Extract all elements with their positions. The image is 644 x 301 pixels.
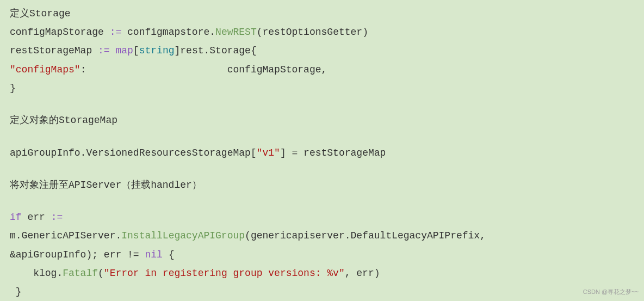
code-line-1: configMapStorage := configmapstore.NewRE… [10, 23, 634, 41]
text: (restOptionsGetter) [257, 27, 368, 38]
string-literal: "v1" [257, 148, 280, 158]
code-line-2: restStorageMap := map[string]rest.Storag… [10, 41, 634, 60]
text: &apiGroupInfo); err != [10, 249, 145, 260]
spacer [10, 194, 634, 208]
text: [ [133, 45, 139, 56]
func-name: Fatalf [63, 268, 98, 279]
string-literal: "Error in registering group versions: %v… [104, 268, 345, 279]
text: configmapstore. [121, 27, 215, 38]
text: (genericapiserver.DefaultLegacyAPIPrefix… [245, 230, 486, 241]
code-line-4: } [10, 79, 634, 97]
func-name: InstallLegacyAPIGroup [121, 230, 245, 241]
code-line-8: &apiGroupInfo); err != nil { [10, 245, 634, 264]
text: restStorageMap [10, 45, 98, 56]
watermark: CSDN @寻花之梦~~ [583, 286, 639, 298]
text: configMapStorage [10, 27, 110, 38]
text: m.GenericAPIServer. [10, 230, 121, 241]
if-keyword: if [10, 212, 22, 223]
func-name: NewREST [215, 27, 257, 38]
code-line-7: m.GenericAPIServer.InstallLegacyAPIGroup… [10, 226, 634, 245]
text: apiGroupInfo.VersionedResourcesStorageMa… [10, 148, 257, 158]
code-line-6: if err := [10, 208, 634, 226]
text [110, 45, 116, 56]
code-line-10: } [10, 282, 634, 301]
text: ] = restStorageMap [280, 148, 386, 158]
text: ]rest.Storage{ [174, 45, 256, 56]
text: klog. [10, 268, 63, 279]
text: , err) [345, 268, 380, 279]
comment-apiserver: 将对象注册至APIServer（挂载handler） [10, 176, 634, 194]
code-line-3: "configMaps": configMapStorage, [10, 60, 634, 79]
assign-op: := [110, 27, 122, 38]
spacer [10, 97, 634, 111]
spacer [10, 130, 634, 143]
comment-storagemap: 定义对象的StorageMap [10, 111, 634, 130]
text: { [163, 249, 175, 260]
text: : configMapStorage, [81, 64, 327, 75]
assign-op: := [98, 45, 110, 56]
code-line-5: apiGroupInfo.VersionedResourcesStorageMa… [10, 144, 634, 162]
text: err [22, 212, 51, 223]
type-string: string [139, 45, 175, 56]
nil-keyword: nil [145, 249, 162, 260]
string-literal: "configMaps" [10, 64, 81, 75]
map-keyword: map [115, 45, 133, 56]
assign-op: := [51, 212, 63, 223]
comment-storage: 定义Storage [10, 4, 634, 23]
text: ( [98, 268, 104, 279]
code-line-9: klog.Fatalf("Error in registering group … [10, 264, 634, 282]
spacer [10, 162, 634, 176]
